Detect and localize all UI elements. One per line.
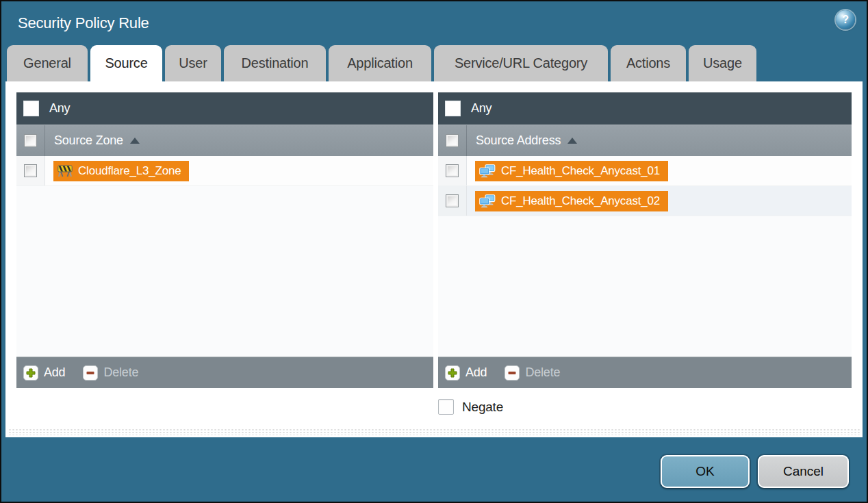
source-address-chip[interactable]: CF_Health_Check_Anycast_02: [475, 191, 668, 211]
tab-service-url-category[interactable]: Service/URL Category: [434, 45, 608, 81]
tab-user[interactable]: User: [165, 45, 221, 81]
source-zone-delete-button[interactable]: Delete: [83, 365, 138, 381]
negate-label: Negate: [462, 400, 503, 415]
source-zone-any-checkbox[interactable]: [23, 101, 39, 116]
sort-ascending-icon: [130, 138, 140, 144]
source-address-header-gutter: [438, 125, 467, 156]
resize-grip[interactable]: [8, 428, 860, 435]
delete-icon: [505, 365, 520, 381]
source-address-any-label: Any: [471, 101, 492, 116]
cancel-button[interactable]: Cancel: [758, 455, 849, 488]
tab-source[interactable]: Source: [90, 45, 162, 81]
dialog-titlebar: Security Policy Rule: [1, 1, 867, 45]
source-address-column-label: Source Address: [476, 133, 561, 148]
row-checkbox[interactable]: [446, 194, 459, 207]
source-address-row-label: CF_Health_Check_Anycast_01: [501, 164, 660, 178]
address-icon: [479, 194, 496, 208]
source-address-row: CF_Health_Check_Anycast_02: [438, 186, 852, 216]
source-address-row-label: CF_Health_Check_Anycast_02: [501, 194, 660, 208]
security-policy-rule-dialog: Security Policy Rule General Source User…: [0, 0, 868, 503]
source-zone-add-button[interactable]: Add: [23, 365, 65, 381]
tab-destination[interactable]: Destination: [224, 45, 326, 81]
source-address-add-button[interactable]: Add: [445, 365, 487, 381]
tab-actions[interactable]: Actions: [611, 45, 686, 81]
row-checkbox[interactable]: [24, 164, 37, 177]
source-address-toolbar: Add Delete: [438, 357, 852, 388]
source-address-panel: Any Source Address: [438, 92, 852, 388]
source-zone-header-gutter: [16, 125, 45, 156]
dialog-title: Security Policy Rule: [18, 14, 149, 32]
source-address-delete-button[interactable]: Delete: [505, 365, 560, 381]
sort-ascending-icon: [567, 138, 577, 144]
source-zone-row: Cloudflare_L3_Zone: [16, 156, 433, 186]
tab-bar: General Source User Destination Applicat…: [1, 45, 867, 81]
source-zone-select-all-checkbox[interactable]: [24, 134, 37, 147]
zone-icon: [58, 165, 73, 177]
address-icon: [479, 164, 496, 178]
add-label: Add: [465, 365, 487, 380]
source-zone-column-header[interactable]: Source Zone: [16, 125, 433, 156]
source-address-list: CF_Health_Check_Anycast_01: [438, 156, 852, 357]
negate-checkbox[interactable]: [438, 399, 454, 415]
panels: Any Source Zone: [16, 92, 863, 388]
delete-icon: [83, 365, 98, 381]
source-zone-panel: Any Source Zone: [16, 92, 433, 388]
row-checkbox[interactable]: [446, 164, 459, 177]
add-icon: [23, 365, 38, 381]
source-zone-any-label: Any: [49, 101, 70, 116]
source-address-any-checkbox[interactable]: [445, 101, 461, 116]
add-label: Add: [44, 365, 65, 380]
source-address-chip[interactable]: CF_Health_Check_Anycast_01: [475, 161, 668, 181]
source-zone-chip[interactable]: Cloudflare_L3_Zone: [53, 161, 189, 181]
source-address-column-header[interactable]: Source Address: [438, 125, 852, 156]
source-zone-any-bar: Any: [16, 92, 433, 125]
source-zone-row-label: Cloudflare_L3_Zone: [78, 164, 181, 178]
delete-label: Delete: [103, 365, 138, 380]
tab-application[interactable]: Application: [329, 45, 431, 81]
source-zone-list: Cloudflare_L3_Zone: [16, 156, 433, 357]
delete-label: Delete: [525, 365, 560, 380]
help-icon[interactable]: [836, 10, 855, 29]
ok-button[interactable]: OK: [661, 455, 750, 488]
row-gutter: [438, 156, 467, 185]
tab-general[interactable]: General: [7, 45, 88, 81]
source-tab-content: Any Source Zone: [5, 81, 863, 437]
source-address-select-all-checkbox[interactable]: [446, 134, 459, 147]
row-gutter: [16, 156, 45, 185]
add-icon: [445, 365, 460, 381]
source-zone-toolbar: Add Delete: [16, 357, 433, 388]
negate-row: Negate: [438, 399, 863, 415]
source-zone-column-label: Source Zone: [54, 133, 123, 148]
source-address-row: CF_Health_Check_Anycast_01: [438, 156, 852, 186]
row-gutter: [438, 186, 467, 216]
tab-usage[interactable]: Usage: [689, 45, 756, 81]
source-address-any-bar: Any: [438, 92, 852, 125]
